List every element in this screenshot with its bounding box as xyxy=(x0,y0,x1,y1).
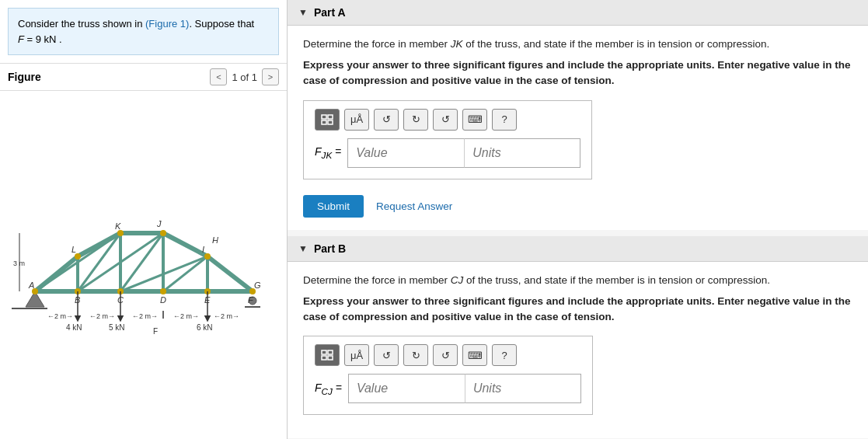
redo-button-a[interactable]: ↻ xyxy=(403,109,428,131)
svg-text:G: G xyxy=(254,280,261,290)
undo-button-a[interactable]: ↺ xyxy=(374,109,399,131)
undo-button-b[interactable]: ↺ xyxy=(374,344,399,366)
svg-rect-65 xyxy=(328,356,333,360)
svg-text:I: I xyxy=(202,245,204,254)
figure-header: Figure < 1 of 1 > xyxy=(0,63,287,91)
problem-text: Consider the truss shown in xyxy=(18,18,145,30)
redo-button-b[interactable]: ↻ xyxy=(403,344,428,366)
grid-tool-button-a[interactable] xyxy=(315,109,340,131)
part-b-title: Part B xyxy=(314,242,346,255)
part-a-request-link[interactable]: Request Answer xyxy=(376,200,452,212)
part-a-submit-button[interactable]: Submit xyxy=(303,195,364,218)
svg-line-4 xyxy=(163,233,207,256)
problem-text2: . Suppose that xyxy=(189,18,254,30)
part-b-units-input[interactable] xyxy=(465,374,581,403)
svg-text:3 m: 3 m xyxy=(13,260,25,267)
svg-rect-58 xyxy=(322,115,326,119)
grid-icon-b xyxy=(321,350,333,361)
svg-point-27 xyxy=(75,253,81,260)
part-a-action-row: Submit Request Answer xyxy=(303,195,852,218)
part-a-label: FJK = xyxy=(315,145,341,160)
svg-text:←2 m→: ←2 m→ xyxy=(132,312,158,320)
svg-line-15 xyxy=(163,256,207,291)
problem-statement: Consider the truss shown in (Figure 1). … xyxy=(8,8,279,55)
svg-point-30 xyxy=(204,253,211,260)
part-a-value-input[interactable] xyxy=(347,138,464,168)
svg-text:F: F xyxy=(153,327,158,336)
figure-area: A B C D E F G L K J I H ←2 m→ ←2 m→ ←2 m… xyxy=(0,91,287,439)
refresh-button-b[interactable]: ↺ xyxy=(433,344,458,366)
svg-point-29 xyxy=(160,230,166,236)
svg-text:←2 m→: ←2 m→ xyxy=(214,312,239,320)
figure-nav: < 1 of 1 > xyxy=(210,68,279,85)
mu-tool-button-b[interactable]: μÅ xyxy=(344,344,369,366)
part-b-question: Determine the force in member CJ of the … xyxy=(303,274,852,286)
part-a-answer-box: μÅ ↺ ↻ ↺ ⌨ ? FJK = xyxy=(303,100,592,179)
part-b-answer-box: μÅ ↺ ↻ ↺ ⌨ ? FCJ = xyxy=(303,336,593,415)
part-b-toolbar: μÅ ↺ ↻ ↺ ⌨ ? xyxy=(315,344,581,366)
nav-prev-button[interactable]: < xyxy=(210,68,227,85)
svg-rect-63 xyxy=(328,350,333,354)
svg-text:K: K xyxy=(115,221,121,231)
svg-line-5 xyxy=(207,256,253,291)
figure-link[interactable]: (Figure 1) xyxy=(145,18,189,30)
help-button-a[interactable]: ? xyxy=(492,109,517,131)
svg-text:6 kN: 6 kN xyxy=(197,323,213,332)
mu-label-b: μÅ xyxy=(350,350,363,361)
part-a-toolbar: μÅ ↺ ↻ ↺ ⌨ ? xyxy=(315,109,580,131)
svg-rect-62 xyxy=(322,350,326,354)
help-button-b[interactable]: ? xyxy=(492,344,517,366)
svg-text:H: H xyxy=(212,235,218,245)
part-a-header: ▼ Part A xyxy=(288,0,868,26)
mu-tool-button-a[interactable]: μÅ xyxy=(344,109,369,131)
svg-text:5 kN: 5 kN xyxy=(109,323,125,332)
svg-rect-64 xyxy=(322,356,326,360)
svg-text:←2 m→: ←2 m→ xyxy=(47,312,73,320)
part-b-label: FCJ = xyxy=(315,382,342,396)
part-a-units-input[interactable] xyxy=(464,138,580,168)
part-b-value-input[interactable] xyxy=(348,374,465,403)
nav-counter: 1 of 1 xyxy=(232,71,257,83)
svg-text:←2 m→: ←2 m→ xyxy=(173,312,199,320)
mu-label-a: μÅ xyxy=(350,113,363,125)
part-a-content: Determine the force in member JK of the … xyxy=(288,26,868,230)
part-a-collapse-arrow[interactable]: ▼ xyxy=(298,7,308,18)
figure-title: Figure xyxy=(8,71,41,83)
svg-line-11 xyxy=(78,233,120,291)
svg-rect-61 xyxy=(328,120,333,124)
grid-icon-a xyxy=(321,114,333,125)
part-b-header: ▼ Part B xyxy=(288,236,868,262)
svg-point-24 xyxy=(160,288,166,294)
formula-display: F = 9 kN . xyxy=(18,33,62,45)
part-a-instructions: Express your answer to three significant… xyxy=(303,57,852,89)
nav-next-button[interactable]: > xyxy=(262,68,279,85)
svg-rect-60 xyxy=(322,120,326,124)
part-a-question: Determine the force in member JK of the … xyxy=(303,38,852,50)
part-b-instructions: Express your answer to three significant… xyxy=(303,294,852,326)
truss-figure: A B C D E F G L K J I H ←2 m→ ←2 m→ ←2 m… xyxy=(12,183,276,354)
svg-text:A: A xyxy=(28,280,34,290)
svg-rect-59 xyxy=(328,115,333,119)
keyboard-button-b[interactable]: ⌨ xyxy=(462,344,487,366)
svg-text:J: J xyxy=(156,219,162,228)
svg-text:L: L xyxy=(71,245,76,254)
svg-text:←2 m→: ←2 m→ xyxy=(89,312,115,320)
right-panel: ▼ Part A Determine the force in member J… xyxy=(288,0,868,439)
part-a-title: Part A xyxy=(314,6,346,19)
svg-text:D: D xyxy=(160,295,166,305)
part-a-section: ▼ Part A Determine the force in member J… xyxy=(288,0,868,230)
part-b-collapse-arrow[interactable]: ▼ xyxy=(298,243,308,254)
part-b-content: Determine the force in member CJ of the … xyxy=(288,262,868,439)
keyboard-button-a[interactable]: ⌨ xyxy=(462,109,487,131)
part-b-section: ▼ Part B Determine the force in member C… xyxy=(288,236,868,439)
grid-tool-button-b[interactable] xyxy=(315,344,340,366)
part-a-input-row: FJK = xyxy=(315,138,580,168)
refresh-button-a[interactable]: ↺ xyxy=(433,109,458,131)
svg-text:4 kN: 4 kN xyxy=(66,323,82,332)
svg-point-28 xyxy=(117,230,124,236)
part-b-input-row: FCJ = xyxy=(315,374,581,403)
